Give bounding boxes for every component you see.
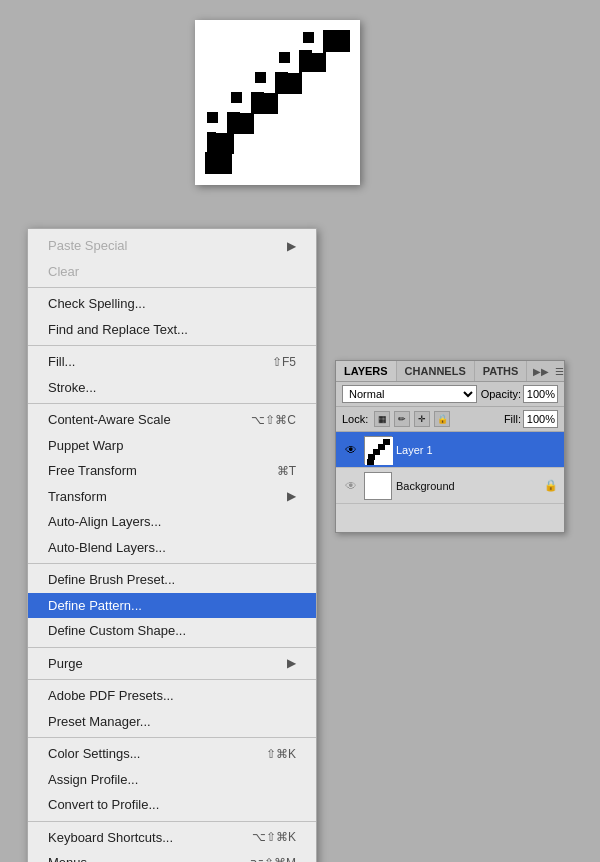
menu-separator-after-preset-manager: [28, 737, 316, 738]
tab-paths[interactable]: PATHS: [475, 361, 528, 381]
background-lock-icon: 🔒: [544, 479, 558, 492]
layers-panel: LAYERS CHANNELS PATHS ▶▶ ☰ Normal Opacit…: [335, 360, 565, 533]
fill-control: Fill:: [504, 410, 558, 428]
opacity-input[interactable]: [523, 385, 558, 403]
layers-lock-row: Lock: ▦ ✏ ✛ 🔒 Fill:: [336, 407, 564, 432]
menu-separator-after-convert-profile: [28, 821, 316, 822]
menu-item-label-content-aware: Content-Aware Scale: [48, 410, 171, 430]
menu-item-keyboard-shortcuts[interactable]: Keyboard Shortcuts...⌥⇧⌘K: [28, 825, 316, 851]
layer1-name: Layer 1: [396, 444, 558, 456]
background-name: Background: [396, 480, 540, 492]
menu-item-shortcut-free-transform: ⌘T: [277, 462, 296, 480]
menu-item-shortcut-fill: ⇧F5: [272, 353, 296, 371]
eye-icon: 👁: [345, 443, 357, 457]
menu-item-shortcut-color-settings: ⇧⌘K: [266, 745, 296, 763]
lock-label: Lock:: [342, 413, 368, 425]
menu-item-define-brush[interactable]: Define Brush Preset...: [28, 567, 316, 593]
panel-menu-icon[interactable]: ▶▶: [531, 364, 551, 379]
layer1-visibility[interactable]: 👁: [342, 441, 360, 459]
panel-options-icon[interactable]: ☰: [553, 364, 566, 379]
menu-item-label-color-settings: Color Settings...: [48, 744, 141, 764]
menu-item-shortcut-transform: ▶: [287, 487, 296, 505]
menu-item-label-clear: Clear: [48, 262, 79, 282]
menu-item-label-puppet-warp: Puppet Warp: [48, 436, 123, 456]
menu-item-purge[interactable]: Purge▶: [28, 651, 316, 677]
lock-transparent-btn[interactable]: ▦: [374, 411, 390, 427]
menu-item-content-aware[interactable]: Content-Aware Scale⌥⇧⌘C: [28, 407, 316, 433]
menu-separator-after-purge: [28, 679, 316, 680]
menu-item-convert-profile[interactable]: Convert to Profile...: [28, 792, 316, 818]
eye-icon-bg: 👁: [345, 479, 357, 493]
menu-separator-after-find-replace: [28, 345, 316, 346]
menu-item-auto-blend[interactable]: Auto-Blend Layers...: [28, 535, 316, 561]
menu-item-paste-special: Paste Special▶: [28, 233, 316, 259]
menu-item-label-keyboard-shortcuts: Keyboard Shortcuts...: [48, 828, 173, 848]
lock-image-btn[interactable]: ✏: [394, 411, 410, 427]
menu-item-label-fill: Fill...: [48, 352, 75, 372]
opacity-label: Opacity:: [481, 388, 521, 400]
background-visibility[interactable]: 👁: [342, 477, 360, 495]
menu-item-clear: Clear: [28, 259, 316, 285]
menu-item-fill[interactable]: Fill...⇧F5: [28, 349, 316, 375]
layer-row-background[interactable]: 👁 Background 🔒: [336, 468, 564, 504]
menu-item-check-spelling[interactable]: Check Spelling...: [28, 291, 316, 317]
menu-item-assign-profile[interactable]: Assign Profile...: [28, 767, 316, 793]
menu-item-label-transform: Transform: [48, 487, 107, 507]
menu-item-label-convert-profile: Convert to Profile...: [48, 795, 159, 815]
menu-item-free-transform[interactable]: Free Transform⌘T: [28, 458, 316, 484]
menu-item-label-assign-profile: Assign Profile...: [48, 770, 138, 790]
menu-item-label-define-brush: Define Brush Preset...: [48, 570, 175, 590]
menu-item-label-adobe-pdf: Adobe PDF Presets...: [48, 686, 174, 706]
menu-separator-after-stroke: [28, 403, 316, 404]
menu-item-shortcut-content-aware: ⌥⇧⌘C: [251, 411, 296, 429]
menu-item-color-settings[interactable]: Color Settings...⇧⌘K: [28, 741, 316, 767]
fill-input[interactable]: [523, 410, 558, 428]
menu-item-label-free-transform: Free Transform: [48, 461, 137, 481]
menu-item-preset-manager[interactable]: Preset Manager...: [28, 709, 316, 735]
menu-item-label-define-pattern: Define Pattern...: [48, 596, 142, 616]
menu-separator-after-auto-blend: [28, 563, 316, 564]
fill-label: Fill:: [504, 413, 521, 425]
tab-channels[interactable]: CHANNELS: [397, 361, 475, 381]
layers-controls-row: Normal Opacity:: [336, 382, 564, 407]
menu-item-find-replace[interactable]: Find and Replace Text...: [28, 317, 316, 343]
menu-item-label-paste-special: Paste Special: [48, 236, 128, 256]
layer-row-layer1[interactable]: 👁 Layer 1: [336, 432, 564, 468]
canvas-preview: [195, 20, 360, 185]
menu-item-shortcut-paste-special: ▶: [287, 237, 296, 255]
menu-item-label-auto-align: Auto-Align Layers...: [48, 512, 161, 532]
menu-item-define-pattern[interactable]: Define Pattern...: [28, 593, 316, 619]
menu-item-transform[interactable]: Transform▶: [28, 484, 316, 510]
background-thumb: [364, 472, 392, 500]
menu-item-puppet-warp[interactable]: Puppet Warp: [28, 433, 316, 459]
tab-layers[interactable]: LAYERS: [336, 361, 397, 381]
lock-all-btn[interactable]: 🔒: [434, 411, 450, 427]
menu-item-label-find-replace: Find and Replace Text...: [48, 320, 188, 340]
lock-icons: ▦ ✏ ✛ 🔒: [374, 411, 450, 427]
menu-item-label-check-spelling: Check Spelling...: [48, 294, 146, 314]
menu-item-label-stroke: Stroke...: [48, 378, 96, 398]
menu-item-shortcut-purge: ▶: [287, 654, 296, 672]
menu-item-label-purge: Purge: [48, 654, 83, 674]
layer1-thumb: [364, 436, 392, 464]
menu-item-stroke[interactable]: Stroke...: [28, 375, 316, 401]
layers-tabs-bar: LAYERS CHANNELS PATHS ▶▶ ☰: [336, 361, 564, 382]
layers-list: 👁 Layer 1 👁 Background 🔒: [336, 432, 564, 532]
menu-item-label-define-custom-shape: Define Custom Shape...: [48, 621, 186, 641]
menu-item-label-auto-blend: Auto-Blend Layers...: [48, 538, 166, 558]
menu-item-auto-align[interactable]: Auto-Align Layers...: [28, 509, 316, 535]
menu-item-label-preset-manager: Preset Manager...: [48, 712, 151, 732]
opacity-control: Opacity:: [481, 385, 558, 403]
lock-position-btn[interactable]: ✛: [414, 411, 430, 427]
menu-item-menus[interactable]: Menus...⌥⇧⌘M: [28, 850, 316, 862]
context-menu: Paste Special▶ClearCheck Spelling...Find…: [27, 228, 317, 862]
menu-separator-after-define-custom-shape: [28, 647, 316, 648]
menu-item-define-custom-shape[interactable]: Define Custom Shape...: [28, 618, 316, 644]
menu-item-shortcut-keyboard-shortcuts: ⌥⇧⌘K: [252, 828, 296, 846]
menu-item-label-menus: Menus...: [48, 853, 98, 862]
menu-item-adobe-pdf[interactable]: Adobe PDF Presets...: [28, 683, 316, 709]
blend-mode-select[interactable]: Normal: [342, 385, 477, 403]
menu-separator-after-clear: [28, 287, 316, 288]
menu-item-shortcut-menus: ⌥⇧⌘M: [250, 854, 296, 862]
